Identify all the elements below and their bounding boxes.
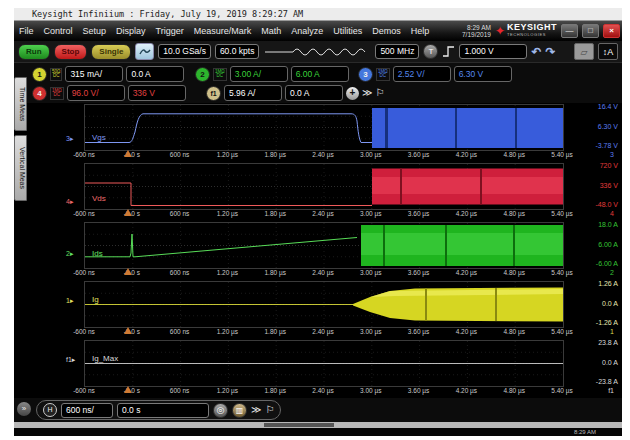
scroll-thumb[interactable] — [264, 423, 334, 427]
scale-bottom: -1.26 A — [596, 319, 618, 326]
trace-label: Vgs — [92, 133, 106, 142]
channel-2-scale-field[interactable]: 3.00 A/ — [230, 66, 288, 82]
add-channel-button[interactable]: + — [346, 87, 359, 100]
channel-1-badge[interactable]: 1 — [32, 67, 47, 82]
marker-flag-icon[interactable]: ⚐ — [375, 86, 384, 100]
time-tick-label: 5.40 µs — [551, 387, 572, 394]
function-f1-scale-field[interactable]: 5.96 A/ — [224, 85, 282, 101]
waveform-panel-ids: Ids 2▸ 18.0 A 6.00 A -6.00 A -600 ns-0.0… — [28, 221, 622, 280]
tab-time-meas[interactable]: Time Meas — [14, 77, 27, 131]
touch-icon[interactable] — [135, 43, 154, 60]
toolbar: Run Stop Single 10.0 GSa/s 60.0 kpts 500… — [14, 41, 622, 63]
sample-rate-field[interactable]: 10.0 GSa/s — [158, 44, 211, 59]
channel-1-scale-field[interactable]: 315 mA/ — [65, 66, 123, 82]
bandwidth-field[interactable]: 500 MHz — [375, 44, 419, 59]
position-field[interactable]: 0.0 s — [117, 403, 209, 418]
timebase-field[interactable]: 600 ns/ — [61, 403, 113, 418]
time-tick-label: -600 ns — [73, 328, 95, 335]
trigger-level-field[interactable]: 1.000 V — [459, 44, 527, 59]
ground-marker-icon[interactable]: 2▸ — [66, 250, 73, 258]
channel-3-badge[interactable]: 3 — [358, 67, 373, 82]
trigger-marker-icon[interactable] — [124, 386, 132, 393]
function-f1-badge[interactable]: f1 — [206, 86, 221, 101]
trigger-marker-icon[interactable] — [124, 150, 132, 157]
trigger-source-button[interactable]: T — [423, 44, 438, 59]
menu-item-demos[interactable]: Demos — [367, 26, 406, 36]
channel-id-label: 2 — [610, 269, 614, 276]
channel-3-offset-field[interactable]: 6.30 V — [454, 66, 512, 82]
more-controls-icon[interactable]: ≫ — [362, 86, 372, 100]
ids-plot[interactable]: Ids — [84, 222, 564, 269]
time-tick-label: -600 ns — [73, 269, 95, 276]
channel-4-offset-field[interactable]: 336 V — [128, 85, 186, 101]
menu-item-setup[interactable]: Setup — [78, 26, 112, 36]
trigger-marker-icon[interactable] — [124, 268, 132, 275]
display-mode-icon[interactable]: ▱ — [574, 43, 594, 60]
menu-item-control[interactable]: Control — [39, 26, 78, 36]
minimize-button[interactable]: — — [561, 24, 578, 38]
menu-item-measuremark[interactable]: Measure/Mark — [189, 26, 257, 36]
time-tick-label: 600 ns — [170, 151, 190, 158]
time-tick-label: 4.20 µs — [456, 269, 477, 276]
maximize-button[interactable]: □ — [582, 24, 599, 38]
channel-2-offset-field[interactable]: 6.00 A — [291, 66, 349, 82]
menu-item-utilities[interactable]: Utilities — [328, 26, 367, 36]
stop-button[interactable]: Stop — [54, 44, 88, 60]
menu-bar: FileControlSetupDisplayTriggerMeasure/Ma… — [14, 21, 622, 41]
horizontal-icon[interactable]: H — [43, 403, 57, 417]
undo-icon[interactable]: ↶ — [531, 46, 541, 58]
time-tick-label: 2.40 µs — [312, 269, 333, 276]
trigger-marker-icon[interactable] — [124, 209, 132, 216]
memory-depth-field[interactable]: 60.0 kpts — [215, 44, 260, 59]
ig-max-plot[interactable]: Ig_Max — [84, 340, 564, 387]
time-tick-label: 3.00 µs — [360, 151, 381, 158]
scale-mid: 336 V — [600, 182, 618, 189]
expand-panel-icon[interactable]: » — [17, 402, 31, 416]
channel-2-badge[interactable]: 2 — [195, 67, 210, 82]
waveform-panel-ig-max: Ig_Max f1▸ 23.8 A 0.0 A -23.8 A -600 ns-… — [28, 339, 622, 398]
clock-display: 8:29 AM 7/19/2019 — [462, 24, 491, 38]
function-f1-group: f1 5.96 A/ 0.0 A + ≫ ⚐ — [206, 85, 384, 101]
single-button[interactable]: Single — [91, 44, 131, 60]
run-button[interactable]: Run — [18, 44, 50, 60]
ground-marker-icon[interactable]: 3▸ — [66, 135, 73, 143]
channel-id-label: f1 — [608, 387, 614, 394]
menu-item-file[interactable]: File — [14, 26, 39, 36]
horizontal-bar: » H 600 ns/ 0.0 s ◎ ▥ ≫ ⚐ — [14, 398, 622, 422]
autoscale-icon[interactable]: ↕A — [598, 43, 618, 60]
zoom-icon[interactable]: ◎ — [213, 403, 228, 418]
channel-4-scale-field[interactable]: 96.0 V/ — [67, 85, 125, 101]
ground-marker-icon[interactable]: f1▸ — [66, 356, 75, 364]
ig-plot[interactable]: Ig — [84, 281, 564, 328]
trigger-marker-icon[interactable] — [124, 327, 132, 334]
channel-3-scale-field[interactable]: 2.52 V/ — [393, 66, 451, 82]
time-tick-label: 4.80 µs — [503, 328, 524, 335]
taskbar-clock: 8:29 AM — [574, 428, 596, 436]
tab-vertical-meas[interactable]: Vertical Meas — [14, 135, 27, 201]
time-tick-label: 3.60 µs — [408, 387, 429, 394]
vds-plot[interactable]: Vds — [84, 163, 564, 210]
channel-4-badge[interactable]: 4 — [32, 86, 47, 101]
scale-top: 1.26 A — [598, 280, 618, 287]
more-controls-icon[interactable]: ≫ — [251, 403, 261, 417]
ground-marker-icon[interactable]: 4▸ — [66, 198, 73, 206]
channel-id-label: 4 — [610, 210, 614, 217]
trigger-edge-icon[interactable] — [442, 45, 455, 58]
window-title: Keysight Infiniium : Friday, July 19, 20… — [14, 8, 622, 21]
redo-icon[interactable]: ↷ — [545, 46, 555, 58]
pattern-icon[interactable]: ▥ — [232, 403, 247, 418]
menu-item-math[interactable]: Math — [256, 26, 286, 36]
menu-item-analyze[interactable]: Analyze — [286, 26, 328, 36]
vgs-plot[interactable]: Vgs — [84, 104, 564, 151]
menu-item-trigger[interactable]: Trigger — [151, 26, 189, 36]
ground-marker-icon[interactable]: 1▸ — [66, 297, 73, 305]
menu-item-help[interactable]: Help — [406, 26, 435, 36]
time-tick-label: 4.80 µs — [503, 387, 524, 394]
close-button[interactable]: × — [603, 24, 620, 38]
time-tick-label: 600 ns — [170, 269, 190, 276]
trace-label: Vds — [92, 194, 106, 203]
marker-flag-icon[interactable]: ⚐ — [265, 403, 274, 417]
function-f1-offset-field[interactable]: 0.0 A — [285, 85, 343, 101]
menu-item-display[interactable]: Display — [111, 26, 151, 36]
channel-1-offset-field[interactable]: 0.0 A — [126, 66, 184, 82]
